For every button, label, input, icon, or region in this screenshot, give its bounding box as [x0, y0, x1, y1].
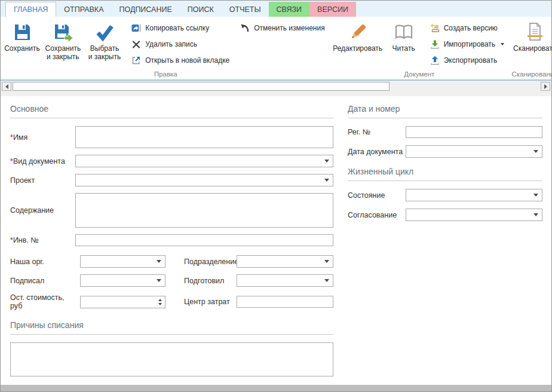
value-costcenter-row: Ост. стоимость, руб Центр затрат: [10, 293, 333, 310]
ribbon: Сохранить Сохранить и закрыть Выбрать и …: [1, 17, 551, 80]
window-bottom-edge: [1, 385, 551, 391]
save-button-label: Сохранить: [4, 44, 40, 53]
scan-button[interactable]: Сканировать: [510, 17, 552, 53]
name-field-label: *Имя: [10, 133, 75, 142]
project-field-row: Проект: [10, 174, 333, 186]
signed-prepared-row: Подписал Подготовил: [10, 274, 333, 287]
spin-down-icon[interactable]: [158, 303, 162, 305]
ribbon-horizontal-scrollbar[interactable]: [1, 80, 551, 92]
inventory-number-field-label: *Инв. №: [10, 236, 75, 244]
tab-glavnaya[interactable]: ГЛАВНАЯ: [5, 2, 56, 17]
select-and-close-button[interactable]: Выбрать и закрыть: [85, 17, 125, 61]
edit-button[interactable]: Редактировать: [331, 17, 385, 53]
create-version-button[interactable]: Создать версию: [430, 22, 504, 33]
save-and-close-button[interactable]: Сохранить и закрыть: [41, 17, 85, 61]
cost-center-input[interactable]: [237, 296, 333, 308]
project-field-label: Проект: [10, 176, 75, 185]
copy-link-icon: [131, 23, 141, 33]
edit-small-buttons: Копировать ссылку Удалить запись Открыть…: [124, 17, 233, 66]
reg-number-input[interactable]: [406, 126, 542, 138]
project-dropdown[interactable]: [75, 174, 333, 186]
scroll-left-icon: [5, 84, 8, 89]
department-dropdown[interactable]: [237, 255, 333, 268]
save-button[interactable]: Сохранить: [3, 17, 41, 53]
create-version-icon: [430, 23, 440, 33]
export-button[interactable]: Экспортировать: [430, 54, 504, 66]
signed-by-field-label: Подписал: [10, 277, 80, 285]
section-header-lifecycle: Жизненный цикл: [348, 167, 542, 181]
save-and-close-button-label: Сохранить и закрыть: [44, 44, 82, 61]
content-field-label: Содержание: [10, 206, 75, 215]
doc-date-field-row: Дата документа: [348, 145, 542, 158]
scrollbar-thumb[interactable]: [13, 82, 390, 91]
import-icon: [430, 39, 440, 49]
ribbon-group-edit: Сохранить Сохранить и закрыть Выбрать и …: [3, 17, 329, 79]
import-label: Импортировать: [444, 40, 495, 48]
tab-versii[interactable]: ВЕРСИИ: [309, 2, 356, 17]
save-icon: [12, 20, 32, 44]
state-dropdown[interactable]: [406, 189, 542, 201]
approval-dropdown[interactable]: [406, 209, 542, 221]
residual-value-stepper[interactable]: [80, 296, 165, 308]
delete-record-button[interactable]: Удалить запись: [131, 38, 229, 50]
export-label: Экспортировать: [444, 56, 498, 65]
inventory-number-input[interactable]: [75, 234, 333, 246]
export-icon: [430, 56, 440, 65]
chevron-down-icon: [324, 179, 329, 182]
read-button[interactable]: Читать: [385, 17, 423, 53]
prepared-by-dropdown[interactable]: [237, 274, 333, 287]
doc-type-dropdown[interactable]: [75, 155, 333, 167]
chevron-down-icon: [533, 194, 538, 197]
import-button[interactable]: Импортировать: [430, 38, 504, 50]
name-input[interactable]: [75, 126, 333, 148]
residual-value-field-label: Ост. стоимость, руб: [10, 293, 80, 310]
section-header-writeoff-reasons: Причины списания: [10, 320, 333, 335]
spin-up-icon[interactable]: [158, 299, 162, 301]
undo-column: Отменить изменения: [233, 17, 328, 33]
content-field-row: Содержание: [10, 193, 333, 228]
copy-link-label: Копировать ссылку: [145, 24, 209, 32]
residual-value-input[interactable]: [81, 296, 155, 308]
ribbon-group-scan: Сканировать Сканирование: [510, 17, 552, 79]
chevron-down-icon: [324, 279, 329, 282]
chevron-down-icon: [533, 150, 538, 153]
pencil-icon: [348, 20, 368, 44]
content-textarea[interactable]: [75, 193, 333, 228]
doc-date-dropdown[interactable]: [406, 145, 542, 158]
org-department-row: Наша орг. Подразделение: [10, 255, 333, 268]
signed-by-dropdown[interactable]: [80, 274, 165, 287]
open-new-tab-button[interactable]: Открыть в новой вкладке: [131, 54, 229, 66]
writeoff-reasons-textarea[interactable]: [10, 342, 333, 376]
group-label-scan: Сканирование: [510, 71, 552, 78]
form-left-column: Основное *Имя *Вид документа Проект Соде…: [10, 104, 333, 376]
our-org-field-label: Наша орг.: [10, 258, 80, 266]
state-field-row: Состояние: [348, 189, 542, 201]
create-version-label: Создать версию: [444, 24, 498, 32]
doc-type-field-label: *Вид документа: [10, 157, 75, 166]
tab-otpravka[interactable]: ОТПРАВКА: [56, 2, 111, 17]
copy-link-button[interactable]: Копировать ссылку: [131, 22, 229, 33]
state-field-label: Состояние: [348, 191, 406, 200]
reg-number-field-label: Рег. №: [348, 128, 406, 136]
stepper-buttons[interactable]: [155, 296, 165, 308]
scroll-right-icon: [544, 84, 547, 89]
undo-changes-button[interactable]: Отменить изменения: [240, 22, 324, 33]
chevron-down-icon: [501, 43, 504, 45]
tab-svyazi[interactable]: СВЯЗИ: [269, 2, 310, 17]
scroll-right-button[interactable]: [541, 82, 550, 91]
chevron-down-icon: [533, 213, 538, 216]
delete-icon: [131, 39, 141, 49]
our-org-dropdown[interactable]: [80, 255, 165, 268]
tab-poisk[interactable]: ПОИСК: [180, 2, 222, 17]
cost-center-field-label: Центр затрат: [184, 298, 237, 306]
form-top-strip: [1, 92, 551, 96]
scroll-left-button[interactable]: [2, 82, 11, 91]
tab-otchety[interactable]: ОТЧЕТЫ: [222, 2, 269, 17]
open-new-tab-icon: [131, 56, 141, 65]
scan-button-label: Сканировать: [513, 44, 552, 53]
approval-field-row: Согласование: [348, 209, 542, 221]
tab-podpisanie[interactable]: ПОДПИСАНИЕ: [111, 2, 179, 17]
department-field-label: Подразделение: [184, 258, 237, 266]
chevron-down-icon: [157, 279, 161, 282]
section-header-date-number: Дата и номер: [348, 104, 542, 118]
